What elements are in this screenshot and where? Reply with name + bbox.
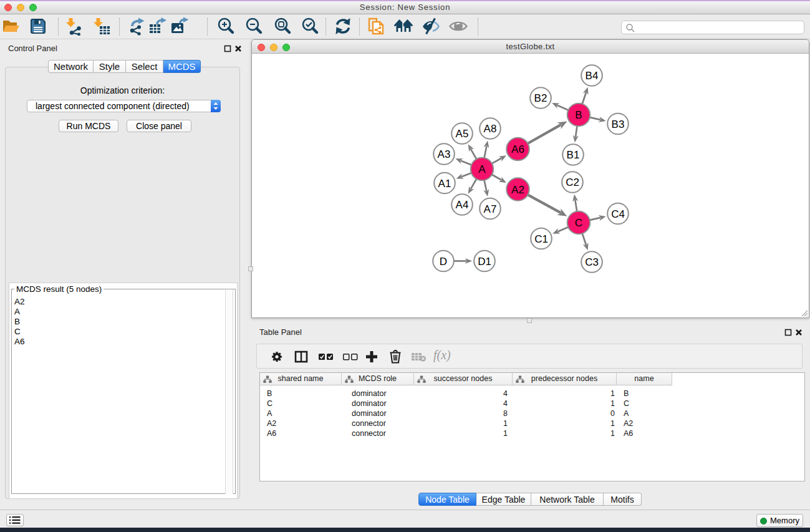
svg-text:A8: A8: [484, 123, 497, 135]
svg-text:B1: B1: [567, 149, 580, 161]
svg-text:C4: C4: [611, 208, 625, 220]
svg-text:A: A: [478, 163, 486, 175]
svg-text:B3: B3: [612, 118, 625, 130]
svg-text:A7: A7: [484, 203, 497, 215]
svg-text:D1: D1: [478, 256, 491, 268]
svg-text:A1: A1: [438, 178, 451, 190]
svg-text:B2: B2: [534, 92, 547, 104]
svg-text:C3: C3: [585, 256, 599, 268]
svg-text:C2: C2: [566, 177, 579, 188]
svg-text:B: B: [575, 109, 582, 121]
svg-text:A6: A6: [511, 143, 524, 155]
svg-text:A3: A3: [438, 148, 451, 160]
svg-text:B4: B4: [586, 70, 599, 82]
svg-text:C: C: [575, 217, 582, 229]
svg-text:A4: A4: [456, 199, 469, 211]
svg-text:A5: A5: [456, 128, 469, 140]
svg-text:A2: A2: [511, 184, 524, 196]
svg-text:C1: C1: [534, 233, 548, 245]
svg-text:D: D: [440, 256, 447, 268]
